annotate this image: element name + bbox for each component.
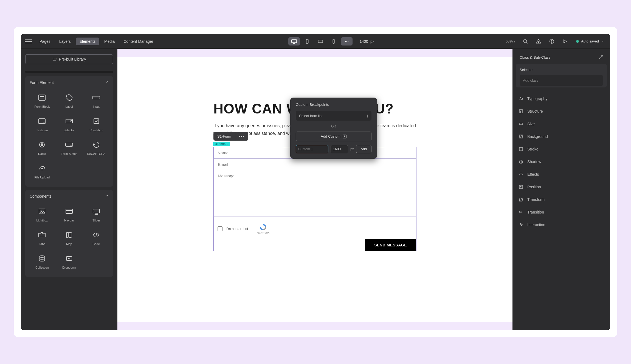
recaptcha-label: I'm not a robot [226,227,248,231]
element-form-block[interactable]: Form Block [29,90,55,111]
canvas-width-unit: px [370,39,374,44]
tab-layers[interactable]: Layers [55,38,75,45]
style-effects[interactable]: Effects [516,168,607,181]
accessibility-icon[interactable] [547,37,556,46]
device-more-button[interactable] [341,37,353,46]
transition-icon [519,210,523,215]
style-size[interactable]: Size [516,118,607,130]
style-interaction[interactable]: Interaction [516,218,607,231]
style-position[interactable]: Position [516,181,607,193]
map-icon [62,229,77,241]
svg-rect-52 [520,186,521,187]
prebuilt-library-button[interactable]: Pre-built Library [25,54,113,64]
add-class-input[interactable]: Add class [520,75,603,86]
style-typography[interactable]: Typography [516,92,607,105]
element-label: Input [93,105,99,108]
class-panel-title: Class & Sub-Class [520,55,551,59]
style-shadow[interactable]: Shadow [516,155,607,168]
updown-icon: ▴▾ [367,114,368,118]
element-textarea[interactable]: Textarea [29,113,55,135]
element-form-button[interactable]: Form Button [56,137,82,158]
message-textarea[interactable] [214,170,416,217]
component-map[interactable]: Map [56,227,82,248]
warning-icon[interactable] [534,37,543,46]
navbar-icon [62,205,77,218]
breakpoint-add-button[interactable]: Add [356,145,371,153]
selector-label: Selector [520,68,603,72]
form-element-title: Form Element [30,80,54,85]
component-navbar[interactable]: Navbar [56,203,82,225]
element-input[interactable]: Input [83,90,109,111]
svg-point-36 [97,214,98,215]
form-element-header[interactable]: Form Element [25,76,113,89]
style-structure[interactable]: Structure [516,105,607,118]
save-status[interactable]: Auto saved ▾ [573,38,606,44]
tab-media[interactable]: Media [100,38,119,45]
main-nav: Pages Layers Elements Media Content Mana… [36,38,157,45]
element-recaptcha[interactable]: ReCAPTCHA [83,137,109,158]
context-chip-label[interactable]: S1-Form [213,132,235,141]
search-icon[interactable] [521,37,530,46]
context-chip-more[interactable]: ••• [235,132,249,141]
svg-rect-44 [519,110,523,113]
component-code[interactable]: Code [83,227,109,248]
tab-content-manager[interactable]: Content Manager [120,38,157,45]
component-lightbox[interactable]: Lightbox [29,203,55,225]
canvas-area[interactable]: Custom Breakpoints Select from list ▴▾ O… [117,49,512,330]
element-checkbox[interactable]: Checkbox [83,113,109,135]
component-dropdown[interactable]: Dropdown [56,251,82,272]
element-file-upload[interactable]: File Upload [29,160,55,182]
tab-elements[interactable]: Elements [76,38,99,45]
add-custom-button[interactable]: Add Custom + [296,132,371,141]
element-radio[interactable]: Radio [29,137,55,158]
breakpoint-select[interactable]: Select from list ▴▾ [296,111,371,121]
component-label: Dropdown [62,266,76,269]
breakpoint-name-input[interactable] [296,145,328,153]
device-desktop-button[interactable] [288,37,300,46]
email-input[interactable] [214,159,416,170]
style-transform[interactable]: Transform [516,193,607,206]
element-selector[interactable]: Selector [56,113,82,135]
menu-icon[interactable] [25,39,32,43]
svg-rect-41 [66,257,72,260]
component-tabs[interactable]: Tabs [29,227,55,248]
selection-tag[interactable]: s1-form [213,142,230,146]
contact-form[interactable]: I'm not a robot reCAPTCHA SEND MESSAGE [213,147,416,251]
component-collection[interactable]: Collection [29,251,55,272]
device-tablet-landscape-button[interactable] [315,37,326,46]
interaction-icon [519,222,523,227]
expand-icon[interactable] [599,55,603,60]
canvas-width-display[interactable]: 1400 px [360,39,374,44]
zoom-control[interactable]: 63%▾ [506,39,515,43]
save-status-label: Auto saved [581,39,599,43]
popover-title: Custom Breakpoints [296,103,371,107]
background-icon [519,134,523,139]
breakpoint-width-input[interactable] [331,145,348,153]
chevron-down-icon [105,80,109,85]
device-phone-button[interactable] [328,37,339,46]
components-header[interactable]: Components [25,190,113,202]
selector-icon [62,115,77,127]
component-label: Tabs [39,242,45,246]
canvas-width-value: 1400 [360,39,368,44]
svg-rect-23 [66,119,72,123]
style-background[interactable]: Background [516,130,607,143]
style-label: Interaction [527,223,545,227]
svg-point-53 [519,212,520,213]
style-transition[interactable]: Transition [516,206,607,218]
recaptcha-checkbox[interactable] [218,226,222,231]
send-message-button[interactable]: SEND MESSAGE [365,239,416,251]
device-tablet-portrait-button[interactable] [302,37,313,46]
svg-point-5 [345,41,346,42]
play-icon[interactable] [560,37,570,46]
tab-pages[interactable]: Pages [36,38,54,45]
component-slider[interactable]: Slider [83,203,109,225]
collection-icon [35,252,49,265]
element-label: Label [66,105,73,108]
scrub-bar[interactable] [25,71,113,73]
element-label: Form Button [61,152,78,155]
style-stroke[interactable]: Stroke [516,143,607,155]
app-window: Pages Layers Elements Media Content Mana… [21,34,610,330]
shadow-icon [519,159,523,164]
element-label[interactable]: Label [56,90,82,111]
